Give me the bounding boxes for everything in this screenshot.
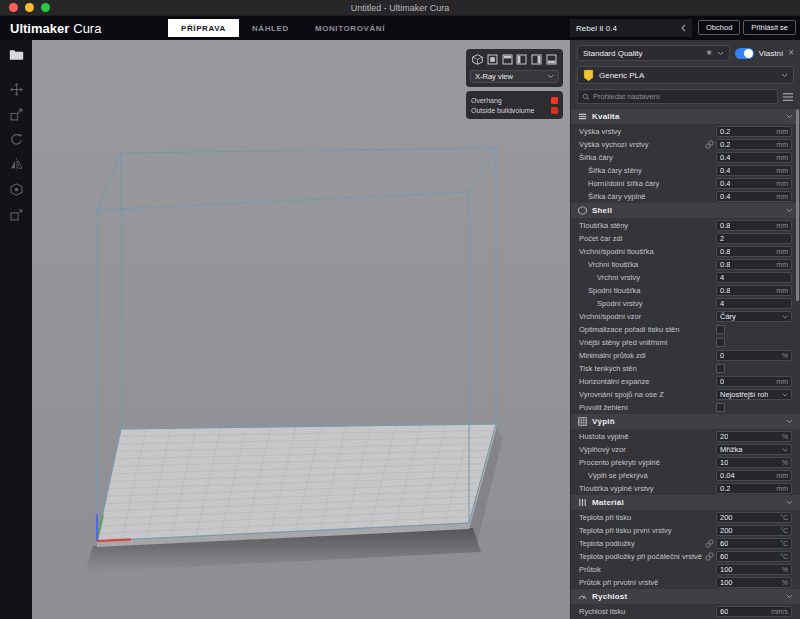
view-bottom-icon[interactable]	[546, 54, 557, 65]
per-model-settings-button[interactable]	[4, 177, 28, 201]
view-left-icon[interactable]	[516, 54, 527, 65]
zoom-window-button[interactable]	[41, 3, 50, 12]
setting-value-field[interactable]: 0.2mm	[716, 126, 792, 137]
setting-value-field[interactable]: 100%	[716, 564, 792, 575]
scale-tool-button[interactable]	[4, 102, 28, 126]
setting-row[interactable]: Tloušťka stěny0.8mm	[571, 219, 800, 232]
setting-dropdown[interactable]: Mřížka	[716, 444, 792, 455]
setting-value-field[interactable]: 0%	[716, 350, 792, 361]
move-tool-button[interactable]	[4, 77, 28, 101]
setting-row[interactable]: Vrchní vrstvy4	[571, 271, 800, 284]
custom-settings-toggle[interactable]	[735, 48, 754, 59]
support-blocker-button[interactable]	[4, 202, 28, 226]
setting-row[interactable]: Počet čar zdi2	[571, 232, 800, 245]
setting-value-field[interactable]: 0.2mm	[716, 483, 792, 494]
settings-search-input[interactable]	[593, 92, 773, 101]
setting-value-field[interactable]: 0.2mm	[716, 139, 792, 150]
settings-category-header[interactable]: Kvalita	[571, 109, 800, 124]
material-dropdown[interactable]: Generic PLA	[577, 66, 794, 84]
settings-scrollbar[interactable]	[796, 109, 799, 301]
view-mode-dropdown[interactable]: X-Ray view	[470, 70, 559, 83]
setting-checkbox[interactable]	[716, 364, 725, 373]
setting-row[interactable]: Minimální průtok zdi0%	[571, 349, 800, 362]
setting-row[interactable]: Teplota podložky60°C	[571, 537, 800, 550]
open-file-button[interactable]	[4, 45, 28, 65]
tab-prepare[interactable]: PŘÍPRAVA	[168, 19, 239, 37]
viewport-3d[interactable]: X-Ray view OverhangOutside buildvolume	[32, 40, 570, 619]
setting-dropdown[interactable]: Nejostřejší roh	[716, 389, 792, 400]
setting-row[interactable]: Vrchní/spodní tloušťka0.8mm	[571, 245, 800, 258]
settings-category-header[interactable]: Shell	[571, 203, 800, 218]
close-window-button[interactable]	[9, 3, 18, 12]
setting-row[interactable]: Teplota při tisku první vrstvy200°C	[571, 524, 800, 537]
setting-checkbox[interactable]	[716, 403, 725, 412]
setting-value-field[interactable]: 60°C	[716, 538, 792, 549]
setting-value-field[interactable]: 4	[716, 298, 792, 309]
setting-value-field[interactable]: 200°C	[716, 512, 792, 523]
setting-row[interactable]: Vnější stěny před vnitřními	[571, 336, 800, 349]
setting-value-field[interactable]: 60°C	[716, 551, 792, 562]
setting-value-field[interactable]: 4	[716, 272, 792, 283]
setting-row[interactable]: Výška vrstvy0.2mm	[571, 125, 800, 138]
setting-row[interactable]: Tloušťka výplně vrstvy0.2mm	[571, 482, 800, 495]
setting-value-field[interactable]: 0.04mm	[716, 470, 792, 481]
setting-value-field[interactable]: 0.4mm	[716, 165, 792, 176]
setting-row[interactable]: Tisk tenkých stěn	[571, 362, 800, 375]
setting-row[interactable]: Rychlost tisku60mm/s	[571, 605, 800, 618]
setting-row[interactable]: Výška výchozí vrstvy0.2mm	[571, 138, 800, 151]
rotate-tool-button[interactable]	[4, 127, 28, 151]
settings-menu-icon[interactable]	[782, 92, 794, 102]
view-right-icon[interactable]	[531, 54, 542, 65]
settings-category-header[interactable]: Materiál	[571, 495, 800, 510]
setting-value-field[interactable]: 0.4mm	[716, 152, 792, 163]
view-top-icon[interactable]	[502, 54, 513, 65]
build-plate-scene[interactable]	[32, 40, 570, 619]
mirror-tool-button[interactable]	[4, 152, 28, 176]
tab-preview[interactable]: NÁHLED	[239, 19, 302, 37]
setting-row[interactable]: Výplň se překrývá0.04mm	[571, 469, 800, 482]
setting-value-field[interactable]: 0.4mm	[716, 178, 792, 189]
setting-value-field[interactable]: 0.8mm	[716, 246, 792, 257]
setting-value-field[interactable]: 0.4mm	[716, 191, 792, 202]
setting-value-field[interactable]: 100%	[716, 577, 792, 588]
setting-row[interactable]: Horizontální expanze0mm	[571, 375, 800, 388]
setting-dropdown[interactable]: Čáry	[716, 311, 792, 322]
setting-value-field[interactable]: 2	[716, 233, 792, 244]
view-front-icon[interactable]	[487, 54, 498, 65]
sign-in-button[interactable]: Přihlásit se	[743, 20, 796, 35]
setting-row[interactable]: Vrchní/spodní vzorČáry	[571, 310, 800, 323]
setting-row[interactable]: Šířka čáry0.4mm	[571, 151, 800, 164]
minimize-window-button[interactable]	[25, 3, 34, 12]
setting-row[interactable]: Šířka čáry výplně0.4mm	[571, 190, 800, 203]
setting-value-field[interactable]: 0.8mm	[716, 285, 792, 296]
close-icon[interactable]: ×	[788, 48, 794, 58]
setting-row[interactable]: Povolit žehlení	[571, 401, 800, 414]
setting-value-field[interactable]: 10%	[716, 457, 792, 468]
printer-selector[interactable]: Rebel II 0.4	[570, 19, 692, 37]
setting-value-field[interactable]: 20%	[716, 431, 792, 442]
setting-value-field[interactable]: 0.8mm	[716, 259, 792, 270]
setting-row[interactable]: Výplňový vzorMřížka	[571, 443, 800, 456]
setting-row[interactable]: Horní/dolní šířka čáry0.4mm	[571, 177, 800, 190]
setting-row[interactable]: Teplota při tisku200°C	[571, 511, 800, 524]
setting-row[interactable]: Optimalizace pořadí tisku stěn	[571, 323, 800, 336]
setting-row[interactable]: Teplota podložky při počáteční vrstvě60°…	[571, 550, 800, 563]
setting-row[interactable]: Vrchní tloušťka0.8mm	[571, 258, 800, 271]
setting-checkbox[interactable]	[716, 325, 725, 334]
setting-row[interactable]: Procento překrytí výplně10%	[571, 456, 800, 469]
setting-value-field[interactable]: 60mm/s	[716, 606, 792, 617]
setting-row[interactable]: Hustota výplně20%	[571, 430, 800, 443]
view-3d-icon[interactable]	[472, 54, 483, 65]
setting-row[interactable]: Vyrovnání spojů na ose ZNejostřejší roh	[571, 388, 800, 401]
setting-row[interactable]: Průtok při prvotní vrstvě100%	[571, 576, 800, 589]
setting-row[interactable]: Spodní tloušťka0.8mm	[571, 284, 800, 297]
setting-value-field[interactable]: 200°C	[716, 525, 792, 536]
settings-category-header[interactable]: Rychlost	[571, 589, 800, 604]
setting-row[interactable]: Spodní vrstvy4	[571, 297, 800, 310]
settings-category-header[interactable]: Výplň	[571, 414, 800, 429]
marketplace-button[interactable]: Obchod	[698, 20, 740, 35]
setting-value-field[interactable]: 0.8mm	[716, 220, 792, 231]
tab-monitor[interactable]: MONITOROVÁNÍ	[302, 19, 398, 37]
setting-value-field[interactable]: 0mm	[716, 376, 792, 387]
profile-dropdown[interactable]: Standard Quality ★	[577, 45, 730, 61]
